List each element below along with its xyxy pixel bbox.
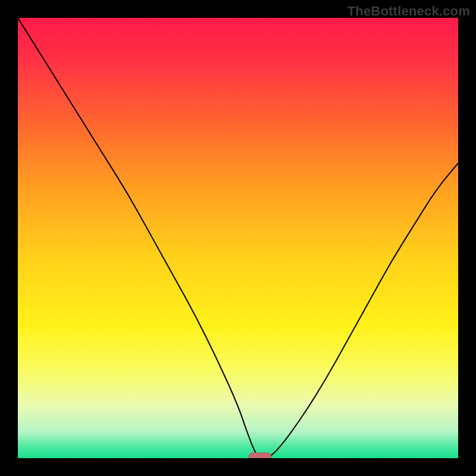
optimum-marker — [249, 453, 271, 458]
curve-layer — [18, 18, 458, 458]
chart-frame: TheBottleneck.com — [0, 0, 476, 476]
watermark-text: TheBottleneck.com — [347, 4, 470, 19]
bottleneck-curve — [18, 18, 458, 458]
plot-area — [18, 18, 458, 458]
